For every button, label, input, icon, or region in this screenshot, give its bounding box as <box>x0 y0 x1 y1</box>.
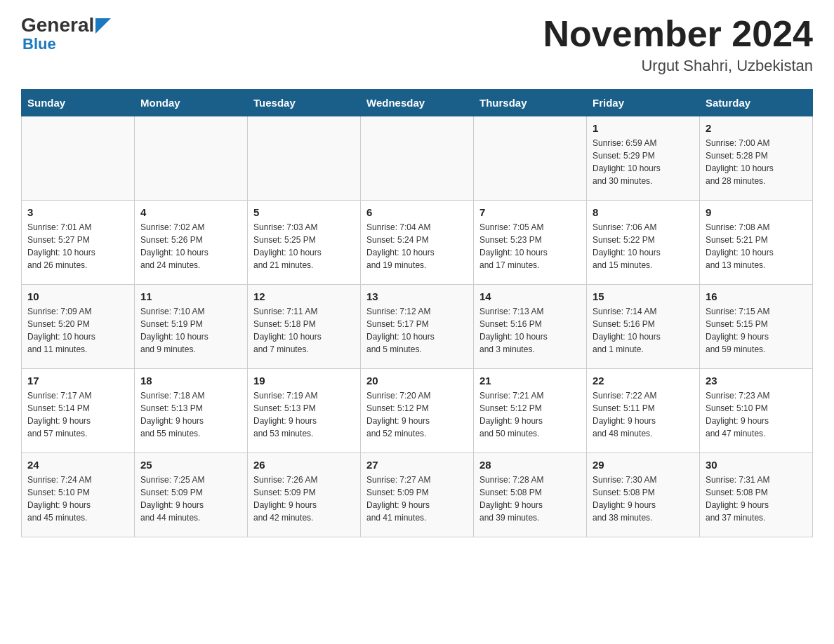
day-info: Sunrise: 7:05 AMSunset: 5:23 PMDaylight:… <box>479 221 581 271</box>
day-number: 22 <box>593 375 694 387</box>
calendar-day-14: 14Sunrise: 7:13 AMSunset: 5:16 PMDayligh… <box>474 285 587 369</box>
calendar-day-9: 9Sunrise: 7:08 AMSunset: 5:21 PMDaylight… <box>700 201 813 285</box>
header-day-monday: Monday <box>135 90 248 116</box>
day-number: 20 <box>366 375 468 387</box>
calendar-day-16: 16Sunrise: 7:15 AMSunset: 5:15 PMDayligh… <box>700 285 813 369</box>
calendar-day-2: 2Sunrise: 7:00 AMSunset: 5:28 PMDaylight… <box>700 116 813 201</box>
calendar-day-11: 11Sunrise: 7:10 AMSunset: 5:19 PMDayligh… <box>135 285 248 369</box>
logo-general-text: General <box>21 14 94 36</box>
day-number: 15 <box>593 290 694 302</box>
day-info: Sunrise: 7:18 AMSunset: 5:13 PMDaylight:… <box>140 389 241 440</box>
day-number: 28 <box>479 459 581 471</box>
calendar-day-24: 24Sunrise: 7:24 AMSunset: 5:10 PMDayligh… <box>22 453 135 537</box>
day-number: 7 <box>479 206 581 218</box>
day-number: 19 <box>253 375 355 387</box>
calendar-empty-cell <box>22 116 135 201</box>
calendar-day-21: 21Sunrise: 7:21 AMSunset: 5:12 PMDayligh… <box>474 369 587 453</box>
calendar-empty-cell <box>361 116 474 201</box>
day-info: Sunrise: 7:09 AMSunset: 5:20 PMDaylight:… <box>27 305 128 356</box>
calendar-empty-cell <box>474 116 587 201</box>
calendar-day-17: 17Sunrise: 7:17 AMSunset: 5:14 PMDayligh… <box>22 369 135 453</box>
calendar-day-23: 23Sunrise: 7:23 AMSunset: 5:10 PMDayligh… <box>700 369 813 453</box>
calendar-day-26: 26Sunrise: 7:26 AMSunset: 5:09 PMDayligh… <box>248 453 361 537</box>
day-number: 26 <box>253 459 355 471</box>
calendar-day-22: 22Sunrise: 7:22 AMSunset: 5:11 PMDayligh… <box>587 369 700 453</box>
day-info: Sunrise: 7:12 AMSunset: 5:17 PMDaylight:… <box>366 305 468 356</box>
day-number: 16 <box>706 290 807 302</box>
header-day-friday: Friday <box>587 90 700 116</box>
calendar-day-4: 4Sunrise: 7:02 AMSunset: 5:26 PMDaylight… <box>135 201 248 285</box>
day-info: Sunrise: 6:59 AMSunset: 5:29 PMDaylight:… <box>593 137 694 187</box>
day-number: 4 <box>140 206 241 218</box>
calendar-week-row: 10Sunrise: 7:09 AMSunset: 5:20 PMDayligh… <box>22 285 813 369</box>
calendar-day-19: 19Sunrise: 7:19 AMSunset: 5:13 PMDayligh… <box>248 369 361 453</box>
day-number: 8 <box>593 206 694 218</box>
calendar-day-27: 27Sunrise: 7:27 AMSunset: 5:09 PMDayligh… <box>361 453 474 537</box>
logo-blue-text: Blue <box>22 35 56 53</box>
month-title: November 2024 <box>543 14 813 54</box>
header-day-thursday: Thursday <box>474 90 587 116</box>
calendar-day-20: 20Sunrise: 7:20 AMSunset: 5:12 PMDayligh… <box>361 369 474 453</box>
calendar-day-8: 8Sunrise: 7:06 AMSunset: 5:22 PMDaylight… <box>587 201 700 285</box>
location-title: Urgut Shahri, Uzbekistan <box>543 57 813 75</box>
day-number: 1 <box>593 122 694 134</box>
calendar-table: SundayMondayTuesdayWednesdayThursdayFrid… <box>21 89 813 537</box>
calendar-day-12: 12Sunrise: 7:11 AMSunset: 5:18 PMDayligh… <box>248 285 361 369</box>
day-info: Sunrise: 7:20 AMSunset: 5:12 PMDaylight:… <box>366 389 468 440</box>
logo-area: General Blue <box>21 14 111 53</box>
calendar-week-row: 17Sunrise: 7:17 AMSunset: 5:14 PMDayligh… <box>22 369 813 453</box>
day-info: Sunrise: 7:31 AMSunset: 5:08 PMDaylight:… <box>706 474 807 524</box>
day-number: 24 <box>27 459 128 471</box>
day-info: Sunrise: 7:06 AMSunset: 5:22 PMDaylight:… <box>593 221 694 271</box>
calendar-day-1: 1Sunrise: 6:59 AMSunset: 5:29 PMDaylight… <box>587 116 700 201</box>
day-number: 30 <box>706 459 807 471</box>
day-number: 3 <box>27 206 128 218</box>
day-info: Sunrise: 7:17 AMSunset: 5:14 PMDaylight:… <box>27 389 128 440</box>
day-number: 9 <box>706 206 807 218</box>
day-number: 13 <box>366 290 468 302</box>
calendar-day-3: 3Sunrise: 7:01 AMSunset: 5:27 PMDaylight… <box>22 201 135 285</box>
day-number: 29 <box>593 459 694 471</box>
day-number: 25 <box>140 459 241 471</box>
calendar-day-30: 30Sunrise: 7:31 AMSunset: 5:08 PMDayligh… <box>700 453 813 537</box>
calendar-day-6: 6Sunrise: 7:04 AMSunset: 5:24 PMDaylight… <box>361 201 474 285</box>
logo-triangle-icon <box>95 18 111 34</box>
page-header: General Blue November 2024 Urgut Shahri,… <box>21 14 813 75</box>
day-info: Sunrise: 7:14 AMSunset: 5:16 PMDaylight:… <box>593 305 694 356</box>
day-info: Sunrise: 7:26 AMSunset: 5:09 PMDaylight:… <box>253 474 355 524</box>
day-info: Sunrise: 7:28 AMSunset: 5:08 PMDaylight:… <box>479 474 581 524</box>
day-info: Sunrise: 7:30 AMSunset: 5:08 PMDaylight:… <box>593 474 694 524</box>
day-number: 27 <box>366 459 468 471</box>
calendar-day-28: 28Sunrise: 7:28 AMSunset: 5:08 PMDayligh… <box>474 453 587 537</box>
calendar-header-row: SundayMondayTuesdayWednesdayThursdayFrid… <box>22 90 813 116</box>
calendar-day-13: 13Sunrise: 7:12 AMSunset: 5:17 PMDayligh… <box>361 285 474 369</box>
day-info: Sunrise: 7:27 AMSunset: 5:09 PMDaylight:… <box>366 474 468 524</box>
calendar-day-15: 15Sunrise: 7:14 AMSunset: 5:16 PMDayligh… <box>587 285 700 369</box>
day-info: Sunrise: 7:04 AMSunset: 5:24 PMDaylight:… <box>366 221 468 271</box>
calendar-day-25: 25Sunrise: 7:25 AMSunset: 5:09 PMDayligh… <box>135 453 248 537</box>
day-info: Sunrise: 7:22 AMSunset: 5:11 PMDaylight:… <box>593 389 694 440</box>
day-info: Sunrise: 7:23 AMSunset: 5:10 PMDaylight:… <box>706 389 807 440</box>
day-number: 6 <box>366 206 468 218</box>
day-number: 21 <box>479 375 581 387</box>
svg-marker-0 <box>95 18 111 34</box>
day-info: Sunrise: 7:11 AMSunset: 5:18 PMDaylight:… <box>253 305 355 356</box>
calendar-empty-cell <box>135 116 248 201</box>
day-number: 17 <box>27 375 128 387</box>
header-day-sunday: Sunday <box>22 90 135 116</box>
day-info: Sunrise: 7:02 AMSunset: 5:26 PMDaylight:… <box>140 221 241 271</box>
day-number: 11 <box>140 290 241 302</box>
calendar-empty-cell <box>248 116 361 201</box>
calendar-day-18: 18Sunrise: 7:18 AMSunset: 5:13 PMDayligh… <box>135 369 248 453</box>
day-info: Sunrise: 7:10 AMSunset: 5:19 PMDaylight:… <box>140 305 241 356</box>
day-info: Sunrise: 7:03 AMSunset: 5:25 PMDaylight:… <box>253 221 355 271</box>
day-number: 12 <box>253 290 355 302</box>
day-info: Sunrise: 7:24 AMSunset: 5:10 PMDaylight:… <box>27 474 128 524</box>
header-day-saturday: Saturday <box>700 90 813 116</box>
day-info: Sunrise: 7:01 AMSunset: 5:27 PMDaylight:… <box>27 221 128 271</box>
calendar-week-row: 1Sunrise: 6:59 AMSunset: 5:29 PMDaylight… <box>22 116 813 201</box>
calendar-day-29: 29Sunrise: 7:30 AMSunset: 5:08 PMDayligh… <box>587 453 700 537</box>
day-number: 2 <box>706 122 807 134</box>
calendar-day-7: 7Sunrise: 7:05 AMSunset: 5:23 PMDaylight… <box>474 201 587 285</box>
day-number: 18 <box>140 375 241 387</box>
